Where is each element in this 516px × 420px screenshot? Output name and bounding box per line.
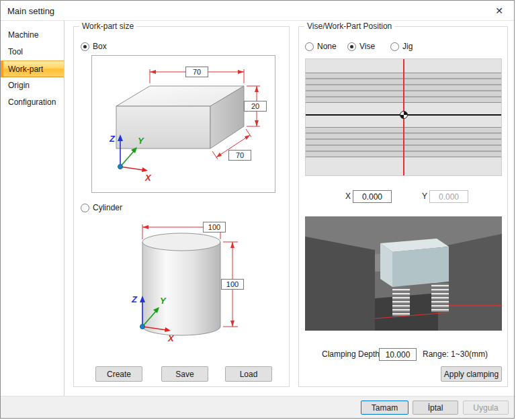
apply-clamping-button[interactable]: Apply clamping [441,366,502,382]
cylinder-axis-x-label: X [167,333,175,343]
box-width-dim-value[interactable]: 70 [185,67,208,77]
cylinder-illustration: Z Y X [114,220,275,355]
none-radio-label: None [317,42,337,51]
vise-3d-render [305,216,502,331]
y-field-label: Y [422,190,427,203]
workpart-size-group: Work-part size Box [73,26,290,387]
box-front-face [116,106,210,149]
box-depth-dim-value[interactable]: 70 [228,150,251,161]
save-button[interactable]: Save [161,366,208,382]
clamp-screw-left [392,287,410,317]
center-origin-marker [400,111,408,119]
cylinder-body [142,242,220,335]
box-radio[interactable]: Box [81,42,107,51]
sidebar-item-configuration[interactable]: Configuration [1,94,64,111]
box-height-dim-value[interactable]: 20 [244,101,267,112]
cylinder-illustration-area: Z Y X 100 100 [114,220,275,355]
y-position-input [429,190,468,203]
cylinder-top [142,233,220,251]
close-icon[interactable]: ✕ [495,5,503,16]
cylinder-axis-y-label: Y [160,296,167,306]
vise-position-group-label: Vise/Work-Part Position [304,22,394,31]
cylinder-diameter-dim-value[interactable]: 100 [203,222,226,233]
x-position-input[interactable] [353,190,392,203]
workpart-size-group-label: Work-part size [79,22,136,31]
workpiece-front [392,247,449,287]
clamping-depth-label: Clamping Depth [322,348,380,361]
cylinder-axis-z-label: Z [131,294,138,304]
cylinder-radio-circle [81,204,89,212]
sidebar-item-origin[interactable]: Origin [1,77,64,94]
jig-radio-label: Jig [402,42,413,51]
box-radio-label: Box [93,42,107,51]
vise-position-group: Vise/Work-Part Position None Vise Jig X … [298,26,508,387]
clamping-range-label: Range: 1~30(mm) [423,348,488,361]
apply-button: Uygula [463,401,509,415]
box-axis-z-label: Z [109,134,116,144]
box-illustration: Z Y X [92,56,275,192]
box-axis-y-label: Y [138,136,144,146]
ok-button[interactable]: Tamam [361,401,408,415]
vise-radio-label: Vise [359,42,375,51]
x-field-label: X [345,190,351,203]
box-radio-circle [81,42,89,51]
dialog-footer: Tamam İptal Uygula [1,396,514,418]
cylinder-radio-label: Cylinder [93,203,122,212]
none-radio[interactable]: None [305,42,337,51]
none-radio-circle [305,42,314,51]
clamp-screw-right [431,283,449,312]
cancel-button[interactable]: İptal [413,401,458,415]
vise-radio[interactable]: Vise [347,42,375,51]
sidebar-item-machine[interactable]: Machine [1,27,64,44]
box-origin-dot [118,165,123,169]
window-title: Main setting [7,6,54,16]
sidebar: Machine Tool Work-part Origin Configurat… [1,21,64,398]
clamping-depth-input[interactable] [379,348,417,361]
box-axis-x-label: X [144,173,152,183]
vise-top-view[interactable] [305,58,502,176]
jig-radio[interactable]: Jig [390,42,413,51]
vise-radio-circle [347,42,356,51]
sidebar-item-tool[interactable]: Tool [1,44,64,60]
box-illustration-frame: Z Y X 70 20 70 [91,55,275,193]
cylinder-radio[interactable]: Cylinder [81,203,122,212]
cylinder-origin-dot [140,325,145,329]
jig-radio-circle [390,42,399,51]
load-button[interactable]: Load [225,366,272,382]
titlebar: Main setting ✕ [1,1,514,21]
create-button[interactable]: Create [95,366,142,382]
vise-3d-preview [305,216,502,331]
sidebar-item-work-part[interactable]: Work-part [1,60,64,77]
main-setting-dialog: Main setting ✕ Machine Tool Work-part Or… [0,0,515,419]
cylinder-height-dim-value[interactable]: 100 [221,279,244,290]
